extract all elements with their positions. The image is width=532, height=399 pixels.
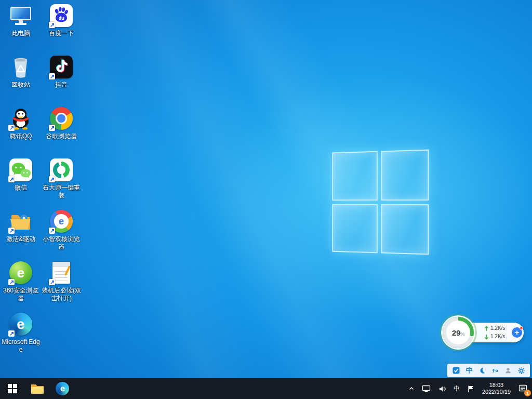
upload-arrow-icon xyxy=(484,326,489,331)
shortcut-arrow-icon xyxy=(49,73,55,79)
desktop-icon-label: 石大师一键重装 xyxy=(41,184,82,200)
shortcut-arrow-icon xyxy=(49,228,55,234)
speaker-icon xyxy=(438,385,446,393)
desktop-icon-tencent-qq[interactable]: 腾讯QQ xyxy=(1,106,41,140)
file-explorer-icon xyxy=(31,383,44,394)
desktop-icon-label: 百度一下 xyxy=(41,30,82,37)
clock-time: 18:03 xyxy=(489,382,504,389)
windows-start-icon xyxy=(8,384,17,393)
download-speed-value: 1.2K/s xyxy=(490,333,505,340)
desktop-icon-label: 360安全浏览器 xyxy=(1,287,41,302)
360-browser-icon xyxy=(8,260,33,285)
desktop-icon-label: 激活&驱动 xyxy=(1,235,41,243)
windows-logo-pane xyxy=(381,204,429,255)
tray-notification-button[interactable]: 1 xyxy=(515,378,531,399)
shortcut-arrow-icon xyxy=(49,125,55,131)
baidu-icon: du xyxy=(49,3,74,28)
chevron-up-icon xyxy=(408,385,415,392)
notification-dot xyxy=(520,326,523,330)
flag-icon xyxy=(467,385,474,393)
shortcut-arrow-icon xyxy=(8,228,15,234)
clock-date: 2022/10/19 xyxy=(482,389,511,395)
windows-logo-pane xyxy=(381,150,429,201)
desktop-icon-label: 此电脑 xyxy=(1,30,41,37)
folder-disc-icon xyxy=(8,209,33,234)
shortcut-arrow-icon xyxy=(8,279,15,285)
desktop-icon-label: Microsoft Edge xyxy=(1,338,41,354)
net-speed-widget[interactable]: 1.2K/s 1.2K/s + 29 % xyxy=(443,317,524,349)
desktop-icon-xiaozhi-browser[interactable]: 小智双核浏览器 xyxy=(41,209,82,251)
desktop-icon-wechat[interactable]: 微信 xyxy=(1,157,41,192)
desktop-icon-label: 回收站 xyxy=(1,81,41,89)
shortcut-arrow-icon xyxy=(8,125,15,131)
notepad-icon xyxy=(49,260,74,285)
ime-punctuation-icon[interactable] xyxy=(489,365,501,376)
tray-flag-button[interactable] xyxy=(463,378,478,399)
ime-lang-toggle[interactable]: 中 xyxy=(463,365,475,376)
tray-chevron-button[interactable] xyxy=(405,378,418,399)
taskbar-file-explorer-button[interactable] xyxy=(25,378,50,399)
desktop-icon-baidu[interactable]: du 百度一下 xyxy=(41,3,82,37)
taskbar: 中 18:03 2022/10/19 1 xyxy=(0,378,532,399)
windows-logo-pane xyxy=(332,151,377,201)
ime-user-icon[interactable] xyxy=(502,365,514,376)
shidashi-icon xyxy=(49,157,74,182)
ime-settings-gear-icon[interactable] xyxy=(515,365,527,376)
desktop-icon-shidashi[interactable]: 石大师一键重装 xyxy=(41,157,82,200)
notification-badge: 1 xyxy=(524,390,531,396)
desktop-icon-activation-drivers[interactable]: 激活&驱动 xyxy=(1,209,41,243)
desktop-icon-douyin[interactable]: 抖音 xyxy=(41,55,82,89)
desktop: 此电脑 回收站 xyxy=(0,0,532,399)
wallpaper-windows-logo xyxy=(332,150,429,255)
shortcut-arrow-icon xyxy=(49,279,55,285)
ethernet-network-icon xyxy=(422,385,431,393)
gauge-percent-unit: % xyxy=(460,331,464,337)
gauge-percent-value: 29 xyxy=(452,328,461,337)
this-pc-icon xyxy=(8,3,33,28)
desktop-icon-label: 小智双核浏览器 xyxy=(41,235,82,251)
shortcut-arrow-icon xyxy=(8,330,15,337)
windows-logo-pane xyxy=(332,204,377,253)
qq-icon xyxy=(8,106,33,131)
wechat-icon xyxy=(8,157,33,182)
desktop-icon-label: 抖音 xyxy=(41,81,82,89)
desktop-icon-chrome[interactable]: 谷歌浏览器 xyxy=(41,106,82,140)
shortcut-arrow-icon xyxy=(49,176,55,182)
system-tray: 中 18:03 2022/10/19 1 xyxy=(405,378,532,399)
desktop-icon-recycle-bin[interactable]: 回收站 xyxy=(1,55,41,89)
svg-text:du: du xyxy=(58,16,64,21)
tray-volume-button[interactable] xyxy=(434,378,450,399)
tray-network-button[interactable] xyxy=(418,378,434,399)
upload-speed-value: 1.2K/s xyxy=(490,325,505,332)
desktop-icon-this-pc[interactable]: 此电脑 xyxy=(1,3,41,37)
desktop-icon-microsoft-edge[interactable]: Microsoft Edge xyxy=(1,312,41,354)
desktop-icon-label: 腾讯QQ xyxy=(1,132,41,140)
memory-usage-gauge[interactable]: 29 % xyxy=(443,317,474,348)
ime-logo-icon[interactable] xyxy=(450,365,462,376)
shortcut-arrow-icon xyxy=(8,176,15,182)
tray-input-language[interactable]: 中 xyxy=(450,378,463,399)
douyin-icon xyxy=(49,55,74,79)
ime-toolbar: 中 xyxy=(447,364,530,377)
edge-taskbar-icon xyxy=(56,382,69,395)
download-arrow-icon xyxy=(484,334,489,340)
desktop-icon-label: 微信 xyxy=(1,184,41,192)
start-button[interactable] xyxy=(0,378,25,399)
xiaozhi-browser-icon xyxy=(49,209,74,234)
edge-icon xyxy=(8,312,33,337)
chrome-icon xyxy=(49,106,74,131)
desktop-icon-readme[interactable]: 装机后必读(双击打开) xyxy=(41,260,82,302)
desktop-icon-360-browser[interactable]: 360安全浏览器 xyxy=(1,260,41,302)
taskbar-edge-button[interactable] xyxy=(50,378,75,399)
download-speed-row: 1.2K/s xyxy=(484,333,505,340)
ime-fullwidth-moon-icon[interactable] xyxy=(476,365,488,376)
tray-clock[interactable]: 18:03 2022/10/19 xyxy=(478,378,515,399)
desktop-icon-label: 装机后必读(双击打开) xyxy=(41,287,82,302)
recycle-bin-icon xyxy=(8,55,33,79)
desktop-icon-label: 谷歌浏览器 xyxy=(41,132,82,140)
upload-speed-row: 1.2K/s xyxy=(484,325,505,332)
shortcut-arrow-icon xyxy=(49,22,55,28)
